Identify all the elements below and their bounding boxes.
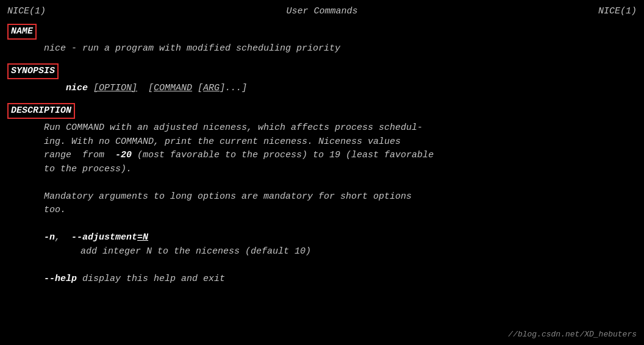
synopsis-command: nice	[66, 83, 88, 93]
desc-para2-line1: Mandatory arguments to long options are …	[44, 190, 637, 204]
option-n: -n, --adjustment=N add integer N to the …	[44, 231, 637, 258]
description-section: DESCRIPTION Run COMMAND with an adjusted…	[7, 103, 637, 286]
option-help: --help display this help and exit	[44, 272, 637, 286]
synopsis-label: SYNOPSIS	[7, 63, 59, 80]
name-label: NAME	[7, 24, 37, 40]
desc-line3: range from -20 (most favorable to the pr…	[44, 149, 637, 163]
option-help-desc: display this help and exit	[82, 274, 225, 284]
name-section: NAME nice - run a program with modified …	[7, 24, 637, 56]
synopsis-line: nice [OPTION] [COMMAND [ARG]...]	[44, 83, 247, 93]
option-n-short: -n	[44, 232, 55, 243]
desc-para2-line2: too.	[44, 204, 637, 218]
description-para2: Mandatory arguments to long options are …	[44, 190, 637, 218]
description-para1: Run COMMAND with an adjusted niceness, w…	[44, 121, 637, 176]
header-left: NICE(1)	[7, 5, 46, 19]
option-n-arg: =N	[137, 232, 148, 243]
desc-line1: Run COMMAND with an adjusted niceness, w…	[44, 121, 637, 135]
option-help-flag: --help	[44, 274, 77, 284]
option-n-long: --adjustment	[71, 232, 137, 243]
option-help-flags: --help display this help and exit	[44, 272, 637, 286]
desc-line2: ing. With no COMMAND, print the current …	[44, 135, 637, 149]
name-text: nice - run a program with modified sched…	[44, 42, 637, 56]
man-page-header: NICE(1) User Commands NICE(1)	[7, 5, 637, 19]
option-n-desc: add integer N to the niceness (default 1…	[80, 245, 637, 259]
option-n-flags: -n, --adjustment=N	[44, 231, 637, 245]
synopsis-section: SYNOPSIS nice [OPTION] [COMMAND [ARG]...…	[7, 63, 637, 96]
desc-line4: to the process).	[44, 163, 637, 177]
neg20-value: -20	[115, 150, 132, 160]
header-right: NICE(1)	[598, 5, 637, 19]
watermark: //blog.csdn.net/XD_hebuters	[508, 329, 637, 341]
description-label: DESCRIPTION	[7, 103, 75, 119]
header-center: User Commands	[286, 5, 357, 19]
